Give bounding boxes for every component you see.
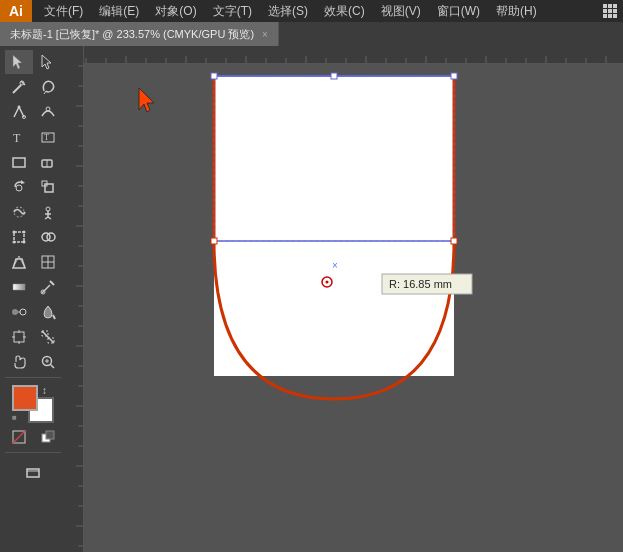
- tab-close-button[interactable]: ×: [262, 29, 268, 40]
- none-fill-button[interactable]: [5, 425, 33, 449]
- svg-line-55: [50, 365, 54, 369]
- tool-row-10: [5, 275, 62, 299]
- change-screen-mode-button[interactable]: [19, 460, 47, 484]
- svg-line-34: [19, 256, 25, 268]
- eraser-tool[interactable]: [34, 150, 62, 174]
- grid-menu-icon[interactable]: [603, 4, 617, 18]
- svg-point-42: [12, 309, 18, 315]
- menu-items: 文件(F) 编辑(E) 对象(O) 文字(T) 选择(S) 效果(C) 视图(V…: [32, 0, 549, 22]
- zoom-tool[interactable]: [34, 350, 62, 374]
- menu-select[interactable]: 选择(S): [260, 0, 316, 22]
- magic-wand-tool[interactable]: [5, 75, 33, 99]
- tool-row-6: [5, 175, 62, 199]
- hand-tool[interactable]: [5, 350, 33, 374]
- svg-line-2: [13, 85, 21, 93]
- svg-point-43: [20, 309, 26, 315]
- tool-row-11: [5, 300, 62, 324]
- tool-row-7: [5, 200, 62, 224]
- svg-marker-0: [13, 55, 22, 69]
- svg-text:R: 16.85 mm: R: 16.85 mm: [389, 278, 452, 290]
- canvas-area: × R: 16.85 mm: [66, 46, 623, 552]
- svg-text:T: T: [13, 131, 21, 145]
- svg-point-126: [326, 281, 329, 284]
- document-tab[interactable]: 未标题-1 [已恢复]* @ 233.57% (CMYK/GPU 预览) ×: [0, 22, 279, 46]
- svg-marker-15: [21, 180, 25, 184]
- menu-file[interactable]: 文件(F): [36, 0, 91, 22]
- swap-colors-icon[interactable]: ↕: [42, 385, 54, 397]
- svg-point-6: [17, 106, 20, 109]
- toolbar-separator-2: [5, 452, 61, 453]
- svg-point-19: [14, 207, 24, 217]
- ai-logo: Ai: [0, 0, 32, 22]
- menu-view[interactable]: 视图(V): [373, 0, 429, 22]
- gradient-tool[interactable]: [5, 275, 33, 299]
- menu-effect[interactable]: 效果(C): [316, 0, 373, 22]
- bottom-tools: [19, 460, 47, 484]
- slice-tool[interactable]: [34, 325, 62, 349]
- bottom-tool-row: [19, 460, 47, 484]
- pen-tool[interactable]: [5, 100, 33, 124]
- menu-object[interactable]: 对象(O): [147, 0, 204, 22]
- toolbar-separator-1: [5, 377, 61, 378]
- free-transform-tool[interactable]: [5, 225, 33, 249]
- tab-label: 未标题-1 [已恢复]* @ 233.57% (CMYK/GPU 预览): [10, 27, 254, 42]
- curvature-tool[interactable]: [34, 100, 62, 124]
- svg-line-5: [44, 91, 46, 94]
- svg-rect-17: [45, 184, 53, 192]
- foreground-color-box[interactable]: [12, 385, 38, 411]
- menu-bar: Ai 文件(F) 编辑(E) 对象(O) 文字(T) 选择(S) 效果(C) 视…: [0, 0, 623, 22]
- warp-tool[interactable]: [5, 200, 33, 224]
- artboard-tool[interactable]: [5, 325, 33, 349]
- svg-rect-61: [46, 431, 54, 439]
- svg-rect-130: [211, 238, 217, 244]
- svg-line-51: [42, 331, 54, 343]
- mesh-tool[interactable]: [34, 250, 62, 274]
- svg-rect-64: [66, 46, 623, 64]
- reset-colors-icon[interactable]: ■: [12, 413, 22, 423]
- lasso-tool[interactable]: [34, 75, 62, 99]
- main-area: T T: [0, 46, 623, 552]
- color-section: ↕ ■: [5, 385, 62, 449]
- tool-row-13: [5, 350, 62, 374]
- svg-rect-46: [14, 332, 24, 342]
- tool-row-3: [5, 100, 62, 124]
- rotate-tool[interactable]: [5, 175, 33, 199]
- eyedropper-tool[interactable]: [34, 275, 62, 299]
- type-tool[interactable]: T: [5, 125, 33, 149]
- svg-line-24: [48, 217, 51, 219]
- artwork-viewport[interactable]: × R: 16.85 mm: [84, 64, 623, 552]
- svg-marker-134: [139, 88, 154, 112]
- svg-point-16: [16, 185, 22, 191]
- selection-tool[interactable]: [5, 50, 33, 74]
- tool-row-1: [5, 50, 62, 74]
- tab-bar: 未标题-1 [已恢复]* @ 233.57% (CMYK/GPU 预览) ×: [0, 22, 623, 46]
- svg-point-28: [12, 241, 15, 244]
- svg-point-31: [47, 233, 55, 241]
- horizontal-ruler: [66, 46, 623, 64]
- tool-row-8: [5, 225, 62, 249]
- tool-row-2: [5, 75, 62, 99]
- menu-text[interactable]: 文字(T): [205, 0, 260, 22]
- tool-row-5: [5, 150, 62, 174]
- svg-line-23: [45, 217, 48, 219]
- svg-rect-12: [13, 158, 25, 167]
- rectangle-tool[interactable]: [5, 150, 33, 174]
- color-mode-button[interactable]: [34, 425, 62, 449]
- svg-rect-133: [331, 73, 337, 79]
- blend-tool[interactable]: [5, 300, 33, 324]
- direct-selection-tool[interactable]: [34, 50, 62, 74]
- perspective-tool[interactable]: [5, 250, 33, 274]
- menu-edit[interactable]: 编辑(E): [91, 0, 147, 22]
- menu-help[interactable]: 帮助(H): [488, 0, 545, 22]
- area-type-tool[interactable]: T: [34, 125, 62, 149]
- svg-line-33: [13, 256, 19, 268]
- live-paint-tool[interactable]: [34, 300, 62, 324]
- svg-line-59: [13, 431, 25, 443]
- svg-marker-1: [42, 55, 51, 69]
- puppet-warp-tool[interactable]: [34, 200, 62, 224]
- svg-rect-131: [211, 73, 217, 79]
- svg-text:T: T: [44, 133, 49, 142]
- menu-window[interactable]: 窗口(W): [429, 0, 488, 22]
- shape-builder-tool[interactable]: [34, 225, 62, 249]
- scale-tool[interactable]: [34, 175, 62, 199]
